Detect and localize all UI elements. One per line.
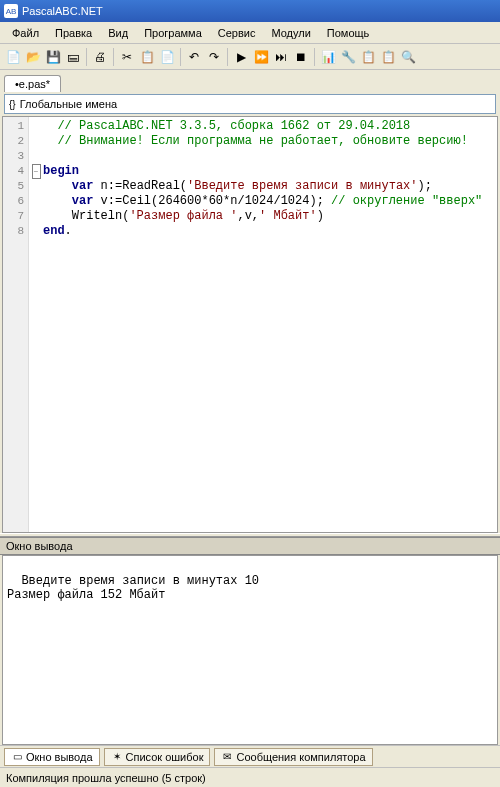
toolbar-button-19[interactable]: 📊 [319, 48, 337, 66]
line-number: 2 [3, 134, 28, 149]
toolbar-button-5[interactable]: 🖨 [91, 48, 109, 66]
bottom-tab-icon: ✉ [221, 751, 233, 763]
bottom-tab-1[interactable]: ✶Список ошибок [104, 748, 211, 766]
code-line[interactable]: // Внимание! Если программа не работает,… [43, 134, 497, 149]
bottom-tab-0[interactable]: ▭Окно вывода [4, 748, 100, 766]
line-number: 7 [3, 209, 28, 224]
toolbar-button-12[interactable]: ↷ [205, 48, 223, 66]
editor-tabs: •e.pas* [0, 70, 500, 92]
code-line[interactable] [43, 149, 497, 164]
line-number: 8 [3, 224, 28, 239]
menu-edit[interactable]: Правка [47, 25, 100, 41]
statusbar: Компиляция прошла успешно (5 строк) [0, 767, 500, 787]
line-number: 5 [3, 179, 28, 194]
toolbar-button-0[interactable]: 📄 [4, 48, 22, 66]
toolbar-button-15[interactable]: ⏩ [252, 48, 270, 66]
toolbar-separator [113, 48, 114, 66]
menu-file[interactable]: Файл [4, 25, 47, 41]
code-line[interactable]: var v:=Ceil(264600*60*n/1024/1024); // о… [43, 194, 497, 209]
toolbar-button-22[interactable]: 📋 [379, 48, 397, 66]
toolbar-button-17[interactable]: ⏹ [292, 48, 310, 66]
line-number: 6 [3, 194, 28, 209]
line-number: 4 [3, 164, 28, 179]
file-tab[interactable]: •e.pas* [4, 75, 61, 92]
line-gutter: 12345678 [3, 117, 29, 532]
bottom-tab-icon: ▭ [11, 751, 23, 763]
fold-cell [29, 149, 43, 164]
fold-column: − [29, 117, 43, 532]
menu-modules[interactable]: Модули [263, 25, 318, 41]
line-number: 3 [3, 149, 28, 164]
toolbar-button-2[interactable]: 💾 [44, 48, 62, 66]
line-number: 1 [3, 119, 28, 134]
bottom-tab-2[interactable]: ✉Сообщения компилятора [214, 748, 372, 766]
toolbar-button-21[interactable]: 📋 [359, 48, 377, 66]
output-text: Введите время записи в минутах 10 Размер… [7, 574, 259, 602]
code-line[interactable]: // PascalABC.NET 3.3.5, сборка 1662 от 2… [43, 119, 497, 134]
toolbar: 📄📂💾🖴🖨✂📋📄↶↷▶⏩⏭⏹📊🔧📋📋🔍 [0, 44, 500, 70]
toolbar-button-14[interactable]: ▶ [232, 48, 250, 66]
menu-service[interactable]: Сервис [210, 25, 264, 41]
window-titlebar: AB PascalABC.NET [0, 0, 500, 22]
bottom-tab-label: Сообщения компилятора [236, 751, 365, 763]
toolbar-button-11[interactable]: ↶ [185, 48, 203, 66]
window-title: PascalABC.NET [22, 5, 103, 17]
menu-view[interactable]: Вид [100, 25, 136, 41]
app-icon: AB [4, 4, 18, 18]
output-header-label: Окно вывода [6, 540, 73, 552]
toolbar-separator [86, 48, 87, 66]
toolbar-button-23[interactable]: 🔍 [399, 48, 417, 66]
toolbar-button-8[interactable]: 📋 [138, 48, 156, 66]
fold-cell [29, 134, 43, 149]
code-line[interactable]: Writeln('Размер файла ',v,' Мбайт') [43, 209, 497, 224]
toolbar-button-20[interactable]: 🔧 [339, 48, 357, 66]
file-tab-label: •e.pas* [15, 78, 50, 90]
bottom-tab-label: Окно вывода [26, 751, 93, 763]
fold-cell [29, 209, 43, 224]
bottom-tab-icon: ✶ [111, 751, 123, 763]
menu-help[interactable]: Помощь [319, 25, 378, 41]
toolbar-button-1[interactable]: 📂 [24, 48, 42, 66]
names-dropdown-label: Глобальные имена [20, 98, 118, 110]
toolbar-separator [314, 48, 315, 66]
status-text: Компиляция прошла успешно (5 строк) [6, 772, 206, 784]
bottom-tab-label: Список ошибок [126, 751, 204, 763]
names-dropdown[interactable]: {} Глобальные имена [4, 94, 496, 114]
fold-cell [29, 194, 43, 209]
toolbar-button-3[interactable]: 🖴 [64, 48, 82, 66]
code-line[interactable]: begin [43, 164, 497, 179]
fold-cell [29, 224, 43, 239]
toolbar-separator [227, 48, 228, 66]
menubar: Файл Правка Вид Программа Сервис Модули … [0, 22, 500, 44]
menu-program[interactable]: Программа [136, 25, 210, 41]
fold-cell: − [29, 164, 43, 179]
output-panel[interactable]: Введите время записи в минутах 10 Размер… [2, 555, 498, 745]
toolbar-separator [180, 48, 181, 66]
code-area[interactable]: // PascalABC.NET 3.3.5, сборка 1662 от 2… [43, 117, 497, 532]
fold-cell [29, 119, 43, 134]
toolbar-button-7[interactable]: ✂ [118, 48, 136, 66]
braces-icon: {} [9, 99, 16, 110]
code-editor[interactable]: 12345678 − // PascalABC.NET 3.3.5, сборк… [2, 116, 498, 533]
code-line[interactable]: var n:=ReadReal('Введите время записи в … [43, 179, 497, 194]
code-line[interactable]: end. [43, 224, 497, 239]
toolbar-button-16[interactable]: ⏭ [272, 48, 290, 66]
fold-toggle-icon[interactable]: − [32, 164, 41, 179]
bottom-tabs: ▭Окно вывода✶Список ошибок✉Сообщения ком… [0, 745, 500, 767]
fold-cell [29, 179, 43, 194]
output-header: Окно вывода [0, 537, 500, 555]
toolbar-button-9[interactable]: 📄 [158, 48, 176, 66]
